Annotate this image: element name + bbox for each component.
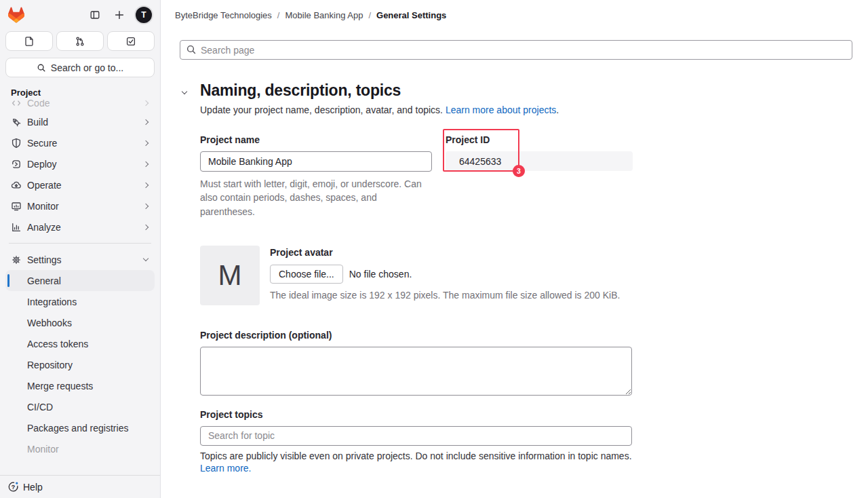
sidebar-item-label: Code [27,100,50,109]
sidebar-toggle-button[interactable] [87,7,103,23]
search-or-go-to-label: Search or go to... [51,62,123,73]
merge-requests-shortcut-button[interactable] [56,31,104,51]
sidebar-item-analyze[interactable]: Analyze [5,216,155,237]
sidebar-item-label: Build [27,117,48,128]
gear-icon [11,254,22,265]
naming-section: Naming, description, topics Update your … [161,81,868,498]
chevron-down-icon [182,89,187,94]
subitem-label: CI/CD [27,402,53,413]
project-name-input[interactable] [200,151,432,172]
subtitle-suffix: . [556,104,559,115]
issues-icon [24,36,35,47]
sidebar-item-label: Monitor [27,201,59,212]
main-content: ByteBridge Technologies / Mobile Banking… [161,0,868,498]
project-id-value: 64425633 [446,151,633,171]
sidebar-item-cicd[interactable]: CI/CD [5,396,155,417]
app-window: T [0,0,868,498]
chart-icon [11,222,22,233]
breadcrumb-group-link[interactable]: ByteBridge Technologies [175,10,272,20]
learn-more-topics-link[interactable]: Learn more. [200,463,868,474]
svg-text:?: ? [12,484,16,491]
user-avatar-letter: T [141,10,146,20]
operate-icon [11,180,22,191]
sidebar: T [0,0,161,498]
subitem-label: Access tokens [27,339,88,349]
breadcrumb-project-link[interactable]: Mobile Banking App [285,10,363,20]
sidebar-section-title: Project [11,88,160,98]
sidebar-item-monitor[interactable]: Monitor [5,195,155,216]
subitem-label: Webhooks [27,318,72,328]
create-new-button[interactable] [111,7,127,23]
breadcrumb-current: General Settings [376,10,446,20]
help-button[interactable]: ? Help [0,475,160,498]
sidebar-item-deploy[interactable]: Deploy [5,153,155,174]
subtitle-text: Update your project name, description, a… [200,104,443,115]
project-topics-label: Project topics [200,409,868,420]
sidebar-item-label: Secure [27,138,57,149]
monitor-icon [11,201,22,212]
sidebar-item-build[interactable]: Build [5,111,155,132]
gitlab-tanuki-icon [8,7,24,23]
sidebar-item-merge-requests[interactable]: Merge requests [5,375,155,396]
chevron-right-icon [143,224,149,229]
no-file-chosen-text: No file chosen. [349,269,412,280]
chevron-right-icon [143,203,149,208]
sidebar-item-webhooks[interactable]: Webhooks [5,312,155,333]
search-or-go-to-button[interactable]: Search or go to... [5,58,155,77]
shield-icon [11,138,22,149]
sidebar-item-code[interactable]: Code [5,100,155,111]
deploy-icon [11,159,22,170]
project-description-textarea[interactable] [200,347,632,396]
sidebar-item-monitor-settings[interactable]: Monitor [5,438,155,459]
sidebar-item-label: Operate [27,180,62,191]
section-subtitle: Update your project name, description, a… [200,104,868,115]
project-avatar-label: Project avatar [270,247,620,258]
sidebar-item-integrations[interactable]: Integrations [5,291,155,312]
sidebar-item-repository[interactable]: Repository [5,354,155,375]
learn-more-projects-link[interactable]: Learn more about projects [446,104,556,115]
chevron-right-icon [143,140,149,145]
chevron-down-icon [143,256,149,261]
project-description-label: Project description (optional) [200,330,868,341]
topics-search-input[interactable] [200,426,632,446]
project-id-label: Project ID [446,134,633,145]
sidebar-item-label: Deploy [27,159,57,170]
project-description-group: Project description (optional) [200,330,868,398]
avatar-letter: M [218,259,242,292]
chevron-right-icon [143,161,149,166]
sidebar-item-settings[interactable]: Settings [5,249,155,270]
sidebar-item-label: Analyze [27,222,61,233]
chevron-right-icon [143,182,149,187]
sidebar-item-access-tokens[interactable]: Access tokens [5,333,155,354]
search-icon [37,63,46,73]
name-id-row: Project name Must start with letter, dig… [200,134,868,218]
help-icon: ? [7,481,19,493]
subitem-label: Merge requests [27,381,93,391]
page-search [180,40,852,60]
project-name-help: Must start with letter, digit, emoji, or… [200,177,432,218]
todo-shortcut-button[interactable] [107,31,155,51]
issues-shortcut-button[interactable] [5,31,53,51]
sidebar-topbar: T [0,0,160,26]
subitem-label: General [27,275,61,286]
sidebar-item-secure[interactable]: Secure [5,132,155,153]
chevron-right-icon [143,100,149,105]
sidebar-item-packages-registries[interactable]: Packages and registries [5,417,155,438]
choose-file-button[interactable]: Choose file... [270,265,343,284]
subitem-label: Integrations [27,296,77,307]
user-avatar[interactable]: T [136,7,152,23]
merge-request-icon [75,36,85,47]
page-search-input[interactable] [180,40,852,60]
gitlab-logo[interactable] [8,7,24,23]
section-collapse-button[interactable] [178,86,191,98]
sidebar-item-code-clipped: Code [5,100,155,111]
project-name-group: Project name Must start with letter, dig… [200,134,432,218]
sidebar-item-label: Settings [27,254,62,265]
settings-subitems: General Integrations Webhooks Access tok… [0,270,160,459]
sidebar-item-general[interactable]: General [5,270,155,291]
sidebar-item-operate[interactable]: Operate [5,174,155,195]
help-label: Help [23,482,43,493]
subitem-label: Repository [27,360,73,370]
topics-help-sentence: Topics are publicly visible even on priv… [200,451,632,461]
project-id-group: Project ID 64425633 3 [446,134,633,218]
